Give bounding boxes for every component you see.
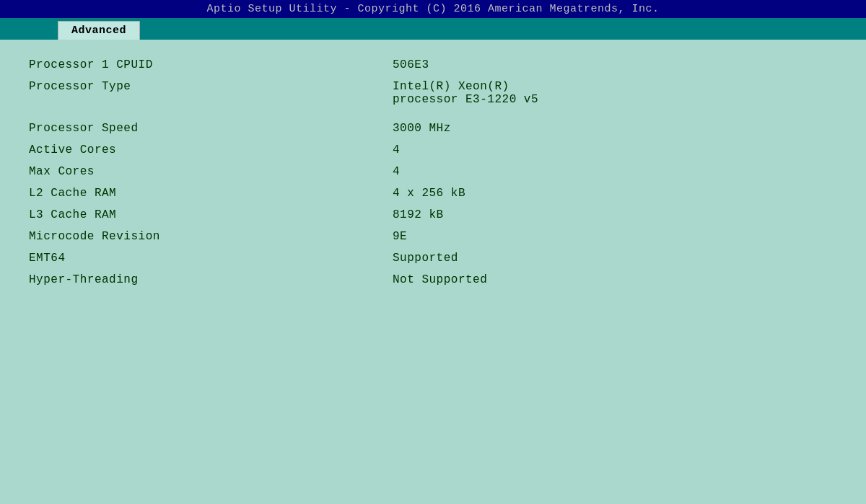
field-label: L2 Cache RAM: [29, 182, 393, 204]
field-value: 506E3: [393, 54, 837, 76]
tab-bar: Advanced: [0, 18, 866, 40]
field-label: EMT64: [29, 247, 393, 269]
title-text: Aptio Setup Utility - Copyright (C) 2016…: [206, 3, 659, 15]
field-value: Intel(R) Xeon(R)processor E3-1220 v5: [393, 76, 837, 110]
table-row: Processor TypeIntel(R) Xeon(R)processor …: [29, 76, 837, 110]
title-bar: Aptio Setup Utility - Copyright (C) 2016…: [0, 0, 866, 18]
spacer: [29, 110, 837, 118]
table-row: EMT64Supported: [29, 247, 837, 269]
field-label: Max Cores: [29, 161, 393, 182]
table-row: Processor Speed3000 MHz: [29, 118, 837, 139]
field-value: 8192 kB: [393, 204, 837, 226]
field-label: Processor Type: [29, 76, 393, 110]
table-row: Max Cores4: [29, 161, 837, 182]
info-table: Processor 1 CPUID506E3Processor TypeInte…: [29, 54, 837, 291]
field-value: 4: [393, 139, 837, 161]
field-label: Active Cores: [29, 139, 393, 161]
table-row: Active Cores4: [29, 139, 837, 161]
table-row: Hyper-ThreadingNot Supported: [29, 269, 837, 291]
field-value: Supported: [393, 247, 837, 269]
field-label: Processor 1 CPUID: [29, 54, 393, 76]
field-value: 4 x 256 kB: [393, 182, 837, 204]
bios-screen: Aptio Setup Utility - Copyright (C) 2016…: [0, 0, 866, 504]
table-row: L3 Cache RAM8192 kB: [29, 204, 837, 226]
field-value: 3000 MHz: [393, 118, 837, 139]
field-label: Hyper-Threading: [29, 269, 393, 291]
tab-advanced[interactable]: Advanced: [58, 21, 140, 40]
field-value: 4: [393, 161, 837, 182]
table-row: L2 Cache RAM4 x 256 kB: [29, 182, 837, 204]
field-value: Not Supported: [393, 269, 837, 291]
field-label: Microcode Revision: [29, 226, 393, 247]
field-label: L3 Cache RAM: [29, 204, 393, 226]
main-content: Processor 1 CPUID506E3Processor TypeInte…: [0, 40, 866, 504]
table-row: Processor 1 CPUID506E3: [29, 54, 837, 76]
field-value: 9E: [393, 226, 837, 247]
field-label: Processor Speed: [29, 118, 393, 139]
table-row: Microcode Revision9E: [29, 226, 837, 247]
